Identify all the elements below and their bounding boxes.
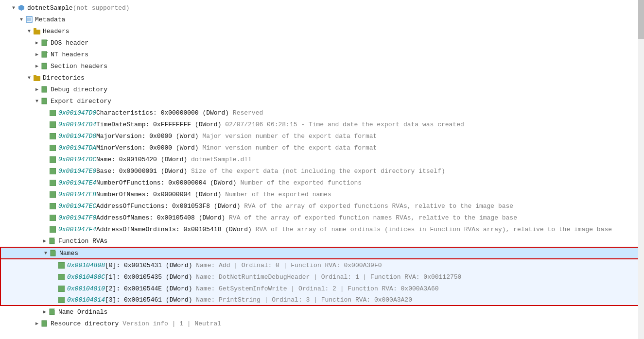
nt-headers-item[interactable]: NT headers — [0, 49, 644, 60]
names-icon — [50, 249, 57, 257]
debug-directory-item[interactable]: Debug directory — [0, 84, 644, 95]
fn-rvas-label: Function RVAs — [58, 237, 107, 245]
n-2-icon — [57, 285, 65, 292]
names-expand[interactable] — [42, 249, 50, 257]
name-ordinals-item[interactable]: Name Ordinals — [0, 306, 644, 318]
ed-3-addr: 0x001047DA — [58, 144, 96, 152]
ed-0-comment: Reserved — [229, 109, 263, 117]
ed-0-item[interactable]: 0x001047D0 Characteristics: 0x00000000 (… — [0, 107, 644, 119]
ed-6-field: NumberOfFunctions: 0x00000004 (DWord) — [96, 179, 237, 186]
fn-rvas-expand[interactable] — [41, 237, 49, 245]
ed-10-field: AddressOfNameOrdinals: 0x00105418 (DWord… — [96, 226, 252, 233]
n-0-comment: Name: Add | Ordinal: 0 | Function RVA: 0… — [192, 262, 382, 269]
resource-label: Resource directory — [51, 320, 119, 327]
ed-3-icon — [49, 144, 56, 152]
nt-expand[interactable] — [33, 51, 41, 58]
n-2-item[interactable]: 0x00104810 [2]: 0x0010544E (DWord) Name:… — [0, 283, 644, 294]
n-1-item[interactable]: 0x0010480C [1]: 0x00105435 (DWord) Name:… — [0, 271, 644, 283]
metadata-expand[interactable] — [17, 16, 25, 23]
metadata-label: Metadata — [35, 16, 65, 23]
name-ordinals-expand[interactable] — [41, 308, 49, 316]
directories-item[interactable]: Directories — [0, 72, 644, 84]
ed-8-item[interactable]: 0x001047EC AddressOfFunctions: 0x001053F… — [0, 200, 644, 212]
ed-10-item[interactable]: 0x001047F4 AddressOfNameOrdinals: 0x0010… — [0, 223, 644, 235]
export-directory-item[interactable]: Export directory — [0, 95, 644, 107]
svg-rect-24 — [50, 168, 56, 174]
metadata-icon — [25, 16, 33, 23]
ed-1-item[interactable]: 0x001047D4 TimeDateStamp: 0xFFFFFFFF (DW… — [0, 119, 644, 130]
export-expand[interactable] — [33, 97, 41, 105]
resource-directory-item[interactable]: Resource directory Version info | 1 | Ne… — [0, 318, 644, 329]
ed-2-icon — [49, 132, 56, 140]
ed-3-item[interactable]: 0x001047DA MinorVersion: 0x0000 (Word) M… — [0, 142, 644, 153]
svg-marker-12 — [47, 63, 48, 64]
root-expand[interactable] — [10, 4, 17, 12]
svg-rect-30 — [50, 238, 54, 244]
n-3-icon — [57, 296, 65, 304]
ed-8-addr: 0x001047EC — [58, 203, 96, 210]
names-item[interactable]: Names — [0, 247, 644, 259]
ed-10-comment: RVA of the array of name ordinals (indic… — [252, 226, 612, 233]
n-0-item[interactable]: 0x00104808 [0]: 0x00105431 (DWord) Name:… — [0, 259, 644, 271]
ed-5-field: Base: 0x00000001 (DWord) — [96, 168, 187, 175]
svg-rect-15 — [42, 86, 47, 92]
svg-rect-38 — [50, 309, 54, 315]
scrollbar-track — [638, 0, 644, 339]
dos-icon — [41, 39, 49, 47]
section-expand[interactable] — [33, 62, 41, 70]
svg-rect-22 — [50, 145, 56, 151]
n-2-addr: 0x00104810 — [67, 285, 105, 292]
svg-rect-28 — [50, 215, 56, 221]
ed-9-comment: RVA of the array of exported function na… — [225, 214, 517, 221]
ed-7-field: NumberOfNames: 0x00000004 (DWord) — [96, 191, 221, 198]
ed-0-icon — [49, 109, 56, 117]
debug-expand[interactable] — [33, 85, 41, 93]
nt-icon — [41, 51, 49, 58]
metadata-item[interactable]: Metadata — [0, 14, 644, 25]
function-rvas-item[interactable]: Function RVAs — [0, 235, 644, 247]
svg-rect-5 — [42, 40, 47, 46]
root-item[interactable]: dotnetSample (not supported) — [0, 2, 644, 14]
fn-rvas-icon — [49, 237, 56, 245]
ed-8-field: AddressOfFunctions: 0x001053F8 (DWord) — [96, 203, 240, 210]
ed-9-addr: 0x001047F0 — [58, 214, 96, 221]
ed-2-item[interactable]: 0x001047D8 MajorVersion: 0x0000 (Word) M… — [0, 130, 644, 142]
ed-7-item[interactable]: 0x001047E8 NumberOfNames: 0x00000004 (DW… — [0, 188, 644, 200]
ed-4-comment: dotnetSample.dll — [187, 156, 252, 163]
svg-marker-7 — [47, 40, 48, 41]
root-label: dotnetSample — [27, 4, 73, 12]
section-headers-item[interactable]: Section headers — [0, 60, 644, 72]
section-icon — [41, 62, 49, 70]
ed-5-icon — [49, 167, 56, 175]
ed-0-addr: 0x001047D0 — [58, 109, 96, 117]
n-3-comment: Name: PrintString | Ordinal: 3 | Functio… — [192, 296, 412, 304]
svg-rect-23 — [50, 156, 56, 163]
headers-item[interactable]: Headers — [0, 25, 644, 37]
tree-container: dotnetSample (not supported) Metadata He… — [0, 0, 644, 331]
dos-header-item[interactable]: DOS header — [0, 37, 644, 49]
ed-8-comment: RVA of the array of exported functions R… — [240, 203, 513, 210]
resource-expand[interactable] — [33, 320, 41, 327]
ed-9-item[interactable]: 0x001047F0 AddressOfNames: 0x00105408 (D… — [0, 212, 644, 223]
ed-6-item[interactable]: 0x001047E4 NumberOfFunctions: 0x00000004… — [0, 177, 644, 188]
ed-9-icon — [49, 214, 56, 221]
ed-4-item[interactable]: 0x001047DC Name: 0x00105420 (DWord) dotn… — [0, 153, 644, 165]
resource-suffix: Version info | 1 | Neutral — [119, 320, 221, 327]
directories-expand[interactable] — [25, 74, 33, 82]
headers-label: Headers — [43, 28, 70, 35]
svg-rect-32 — [51, 250, 55, 256]
root-icon — [17, 4, 25, 12]
ed-5-item[interactable]: 0x001047E0 Base: 0x00000001 (DWord) Size… — [0, 165, 644, 177]
headers-expand[interactable] — [25, 27, 33, 35]
name-ordinals-label: Name Ordinals — [58, 308, 107, 316]
n-3-item[interactable]: 0x00104814 [3]: 0x00105461 (DWord) Name:… — [0, 294, 644, 306]
svg-rect-26 — [50, 191, 56, 198]
svg-rect-4 — [34, 28, 36, 31]
ed-10-icon — [49, 225, 56, 233]
ed-6-comment: Number of the exported functions — [237, 179, 362, 186]
dos-expand[interactable] — [33, 39, 41, 47]
scrollbar-thumb[interactable] — [638, 0, 644, 39]
svg-marker-16 — [47, 86, 48, 87]
n-0-field: [0]: 0x00105431 (DWord) — [105, 262, 192, 269]
ed-7-comment: Number of the exported names — [221, 191, 331, 198]
